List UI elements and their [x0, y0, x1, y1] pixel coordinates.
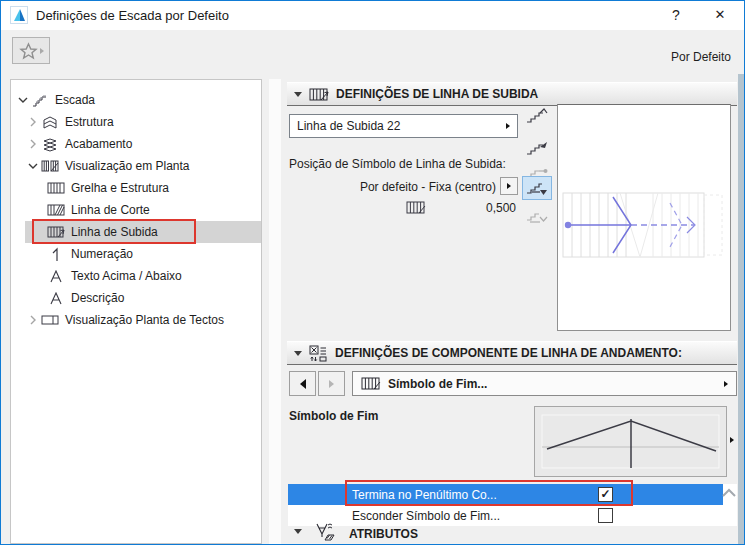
- chevron-right-icon[interactable]: [25, 114, 41, 130]
- walking-line-style-dropdown[interactable]: Linha de Subida 22: [289, 114, 518, 138]
- checkbox-checked[interactable]: ✓: [598, 487, 613, 502]
- option-row-hide-end-symbol[interactable]: Esconder Símbolo de Fim...: [288, 505, 723, 526]
- tree-item-linha-de-corte[interactable]: Linha de Corte: [11, 199, 261, 221]
- favorites-menu-arrow-icon: [40, 48, 44, 54]
- option-label: Termina no Penúltimo Co...: [352, 488, 497, 502]
- walking-line-grid-icon: [309, 88, 329, 101]
- right-arrow-icon: [329, 380, 334, 388]
- left-arrow-icon: [300, 379, 306, 389]
- option-label: Esconder Símbolo de Fim...: [352, 509, 500, 523]
- tree-item-descricao[interactable]: Descrição: [11, 287, 261, 309]
- ceiling-plan-icon: [41, 312, 59, 328]
- spacer: [31, 202, 47, 218]
- tree-item-visualizacao-planta-de-tectos[interactable]: Visualização Planta de Tectos: [11, 309, 261, 331]
- tree-item-label: Texto Acima / Abaixo: [71, 269, 182, 283]
- close-button[interactable]: ✕: [700, 0, 740, 30]
- arrow-style-up-chevron-button[interactable]: [522, 104, 552, 128]
- dropdown-arrow-icon: [724, 381, 728, 387]
- settings-tree: Escada Estrutura Acabamento: [10, 79, 262, 544]
- component-settings-icon: [309, 345, 328, 362]
- next-component-button[interactable]: [318, 371, 345, 396]
- tree-item-label: Estrutura: [65, 115, 114, 129]
- tree-item-acabamento[interactable]: Acabamento: [11, 133, 261, 155]
- numbering-icon: [47, 246, 65, 262]
- cut-line-icon: [47, 202, 65, 218]
- walking-line-icon: [47, 224, 65, 240]
- description-icon: [47, 290, 65, 306]
- scroll-up-icon[interactable]: [721, 487, 737, 501]
- text-icon: [47, 268, 65, 284]
- archicad-app-icon: [10, 6, 28, 24]
- spacer: [31, 180, 47, 196]
- section-title: DEFINIÇÕES DE LINHA DE SUBIDA: [336, 87, 538, 101]
- collapse-arrow-icon: [294, 351, 302, 356]
- chevron-right-icon[interactable]: [25, 312, 41, 328]
- collapse-arrow-icon: [294, 92, 302, 97]
- tree-item-label: Grelha e Estrutura: [71, 181, 169, 195]
- spacer: [31, 290, 47, 306]
- dropdown-arrow-icon: [506, 123, 510, 129]
- panel-splitter: [269, 79, 281, 544]
- section-title: DEFINIÇÕES DE COMPONENTE DE LINHA DE AND…: [335, 346, 682, 360]
- tree-item-label: Escada: [55, 93, 95, 107]
- tree-item-estrutura[interactable]: Estrutura: [11, 111, 261, 133]
- symbol-position-value: Por defeito - Fixa (centro): [289, 180, 496, 194]
- component-selector-value: Símbolo de Fim...: [388, 377, 487, 391]
- section-header-walking-line-component[interactable]: DEFINIÇÕES DE COMPONENTE DE LINHA DE AND…: [287, 341, 737, 365]
- dialog-title: Definições de Escada por Defeito: [36, 8, 229, 23]
- walking-line-style-value: Linha de Subida 22: [297, 119, 400, 133]
- tree-item-label: Descrição: [71, 291, 124, 305]
- grid-icon: [361, 377, 381, 390]
- chevron-down-icon[interactable]: [25, 158, 41, 174]
- section-header-walking-line[interactable]: DEFINIÇÕES DE LINHA DE SUBIDA: [287, 82, 737, 106]
- tree-item-linha-de-subida[interactable]: Linha de Subida: [11, 221, 261, 243]
- attributes-pen-icon: [314, 522, 335, 541]
- symbol-position-label: Posição de Símbolo de Linha de Subida:: [289, 157, 506, 171]
- checkbox-unchecked[interactable]: [598, 508, 613, 523]
- star-icon: [19, 42, 38, 60]
- tree-item-visualizacao-em-planta[interactable]: Visualização em Planta: [11, 155, 261, 177]
- component-selector-dropdown[interactable]: Símbolo de Fim...: [352, 371, 737, 396]
- offset-value-field[interactable]: 0,500: [420, 201, 516, 215]
- structure-icon: [41, 114, 59, 130]
- popup-arrow-icon: [507, 183, 511, 189]
- chevron-right-icon[interactable]: [25, 136, 41, 152]
- help-button[interactable]: ?: [658, 0, 694, 30]
- tree-item-label: Numeração: [71, 247, 133, 261]
- dialog-toolbar: Por Defeito: [0, 30, 745, 74]
- chevron-down-icon[interactable]: [15, 92, 31, 108]
- tree-item-grelha-e-estrutura[interactable]: Grelha e Estrutura: [11, 177, 261, 199]
- tree-item-label: Visualização em Planta: [65, 159, 190, 173]
- right-edge-strip: [738, 74, 744, 544]
- arrow-style-down-chevron-button[interactable]: [522, 204, 552, 228]
- floor-plan-view-icon: [41, 158, 59, 174]
- tree-item-numeracao[interactable]: Numeração: [11, 243, 261, 265]
- symbol-position-popup-button[interactable]: [500, 177, 518, 195]
- option-row-terminate-second-to-last[interactable]: Termina no Penúltimo Co... ✓: [288, 484, 723, 505]
- spacer: [31, 224, 47, 240]
- end-symbol-popup-arrow-icon[interactable]: [730, 437, 734, 443]
- walking-line-preview: [557, 104, 731, 331]
- title-bar: Definições de Escada por Defeito ? ✕: [0, 0, 745, 30]
- attributes-section-title: ATRIBUTOS: [349, 527, 418, 541]
- arrow-style-solid-head-button[interactable]: [522, 136, 552, 160]
- grid-structure-icon: [47, 180, 65, 196]
- tree-item-label: Visualização Planta de Tectos: [65, 313, 224, 327]
- tree-item-texto-acima-abaixo[interactable]: Texto Acima / Abaixo: [11, 265, 261, 287]
- end-symbol-label: Símbolo de Fim: [289, 409, 378, 423]
- tree-item-label: Acabamento: [65, 137, 132, 151]
- stair-default-settings-dialog: Definições de Escada por Defeito ? ✕ Por…: [0, 0, 745, 545]
- arrow-style-flat-head-button-selected[interactable]: [522, 176, 552, 200]
- previous-component-button[interactable]: [289, 371, 316, 396]
- spacer: [31, 268, 47, 284]
- stair-icon: [31, 92, 49, 108]
- spacer: [31, 246, 47, 262]
- tree-item-label: Linha de Corte: [71, 203, 150, 217]
- finish-icon: [41, 136, 59, 152]
- end-symbol-preview[interactable]: [534, 406, 727, 477]
- tree-item-escada[interactable]: Escada: [11, 89, 261, 111]
- tree-item-label: Linha de Subida: [71, 225, 158, 239]
- favorites-button[interactable]: [12, 37, 50, 64]
- default-scope-label: Por Defeito: [671, 50, 731, 64]
- collapse-arrow-icon[interactable]: [294, 529, 302, 534]
